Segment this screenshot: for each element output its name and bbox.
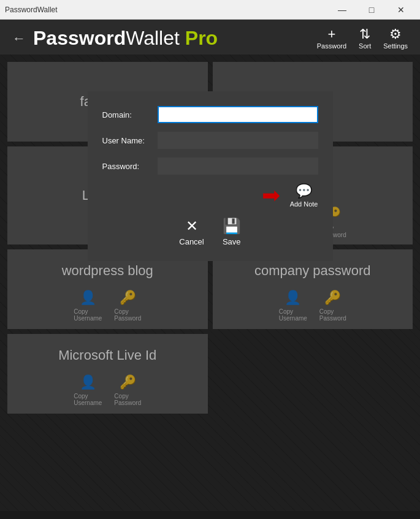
save-label: Save	[223, 237, 241, 246]
add-password-label: Password	[317, 42, 346, 50]
app-title: PasswordWallet Pro	[33, 27, 218, 50]
password-field: Password:	[102, 157, 318, 175]
main-content: facebook twitter LinkedIn 👤 CopyUsername…	[0, 55, 420, 511]
settings-label: Settings	[383, 42, 408, 50]
back-button[interactable]: ←	[12, 31, 26, 47]
red-arrow-icon: ➡	[262, 184, 280, 206]
domain-input[interactable]	[158, 106, 318, 123]
sort-icon: ⇅	[359, 28, 370, 41]
cancel-label: Cancel	[179, 237, 204, 246]
header-actions: + Password ⇅ Sort ⚙ Settings	[317, 28, 408, 50]
title-bar-controls: — □ ✕	[328, 0, 415, 20]
add-password-action[interactable]: + Password	[317, 28, 346, 50]
app-header: ← PasswordWallet Pro + Password ⇅ Sort ⚙…	[0, 20, 420, 55]
username-field: User Name:	[102, 132, 318, 149]
domain-field: Domain:	[102, 106, 318, 123]
title-password: Password	[33, 27, 126, 49]
sort-label: Sort	[359, 42, 371, 50]
settings-icon: ⚙	[389, 28, 402, 41]
sort-action[interactable]: ⇅ Sort	[359, 28, 371, 50]
header-left: ← PasswordWallet Pro	[12, 27, 218, 50]
username-label: User Name:	[102, 136, 158, 145]
note-icon: 💬	[296, 183, 312, 199]
add-icon: +	[327, 28, 335, 41]
title-bar: PasswordWallet — □ ✕	[0, 0, 420, 20]
password-label: Password:	[102, 162, 158, 171]
add-note-label: Add Note	[290, 200, 318, 208]
username-input[interactable]	[158, 132, 318, 149]
minimize-button[interactable]: —	[328, 0, 356, 20]
save-icon: 💾	[223, 218, 241, 235]
title-wallet: Wallet	[126, 27, 180, 49]
settings-action[interactable]: ⚙ Settings	[383, 28, 408, 50]
cancel-button[interactable]: ✕ Cancel	[179, 218, 204, 246]
maximize-button[interactable]: □	[357, 0, 386, 20]
title-bar-text: PasswordWallet	[5, 6, 58, 14]
dialog-overlay: Domain: User Name: Password: ➡ 💬 Add Not…	[0, 55, 420, 511]
domain-label: Domain:	[102, 110, 158, 119]
add-password-dialog: Domain: User Name: Password: ➡ 💬 Add Not…	[88, 91, 333, 261]
cancel-icon: ✕	[186, 218, 198, 235]
add-note-area: ➡ 💬 Add Note	[102, 183, 318, 208]
title-pro: Pro	[180, 27, 218, 49]
save-button[interactable]: 💾 Save	[223, 218, 241, 246]
dialog-footer: ✕ Cancel 💾 Save	[102, 218, 318, 246]
close-button[interactable]: ✕	[387, 0, 415, 20]
add-note-button[interactable]: 💬 Add Note	[290, 183, 318, 208]
password-input[interactable]	[158, 157, 318, 175]
